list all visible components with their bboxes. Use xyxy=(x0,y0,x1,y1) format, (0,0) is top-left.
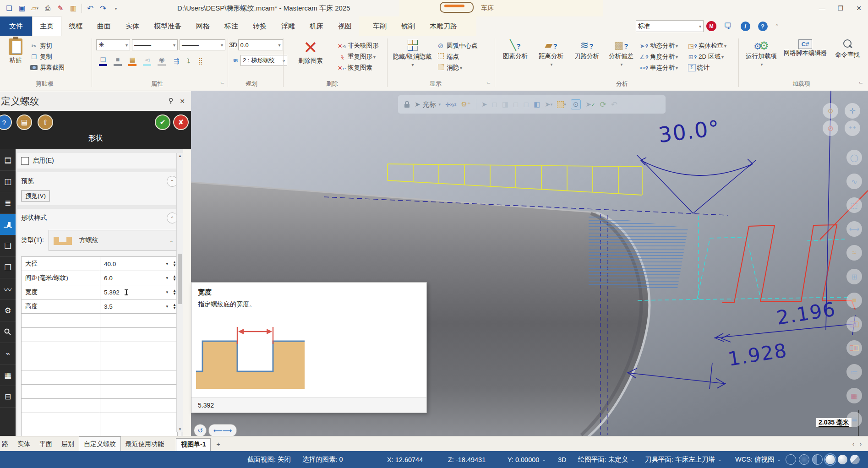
solid-check-button[interactable]: ◳?实体检查▾ xyxy=(688,40,726,51)
section-view-status[interactable]: 截面视图: 关闭 xyxy=(247,451,291,468)
qm-list-icon[interactable]: ≔ xyxy=(846,364,862,380)
lock-icon[interactable] xyxy=(404,101,410,108)
line-width-combo[interactable]: ———▾ xyxy=(180,39,225,50)
solid-color-swatch[interactable]: ■ xyxy=(112,56,124,66)
dynamic-analysis-button[interactable]: ➤?动态分析▾ xyxy=(639,40,678,51)
scrollbar-thumb[interactable] xyxy=(178,254,182,304)
z-depth-combo[interactable]: 0.0▾ xyxy=(238,39,283,50)
wcs-status[interactable]: WCS: 俯视图⌄ xyxy=(735,451,781,468)
param-value-width[interactable]: 5.392▾▲▼ xyxy=(100,285,177,299)
validate-selection-icon[interactable]: ➤✓ xyxy=(585,100,595,109)
refresh-selection-icon[interactable]: ⟳ xyxy=(600,100,606,109)
panel-close-icon[interactable]: ✕ xyxy=(176,96,188,107)
blank-button[interactable]: 消隐▾ xyxy=(436,62,478,73)
viewsheet-next-icon[interactable]: › xyxy=(857,441,864,447)
match-attributes-icon[interactable]: ⇶ xyxy=(170,57,182,65)
qm-width-dim-icon[interactable]: ⟷ xyxy=(846,221,862,237)
delete-entities-button[interactable]: ✕ 删除图素 xyxy=(288,38,333,65)
strip-document-icon[interactable]: ≣ xyxy=(0,192,16,214)
fx-collapse-icon[interactable]: ↺ xyxy=(194,424,207,436)
viewsheet-prev-icon[interactable]: ‹ xyxy=(850,441,857,447)
gview-xyz-icon[interactable]: ✛xyz xyxy=(445,101,456,108)
select-arrow-icon[interactable]: ➤ xyxy=(481,100,487,109)
qm-add-icon[interactable]: ✛ xyxy=(845,103,860,119)
arc-center-button[interactable]: ⊘圆弧中心点 xyxy=(436,40,478,51)
selection-mode-chevron-icon[interactable]: ▾ xyxy=(439,102,441,107)
add-viewsheet-button[interactable]: + xyxy=(211,436,225,452)
panel-cancel-button[interactable]: ✘ xyxy=(173,114,189,130)
pin-icon[interactable] xyxy=(165,96,176,107)
command-finder-button[interactable]: 命令查找 xyxy=(830,39,865,59)
tab-art[interactable]: 浮雕 xyxy=(274,16,302,36)
translucent-globe-icon[interactable] xyxy=(850,455,860,464)
tab-view[interactable]: 视图 xyxy=(331,16,359,36)
restore-button[interactable]: ❐ xyxy=(831,1,850,15)
copy-button[interactable]: ❐复制 xyxy=(29,51,65,62)
run-addin-button[interactable]: ⚙⚙ 运行加载项 ▾ xyxy=(742,39,781,67)
duplicates-button[interactable]: ˣₓ重复图形▾ xyxy=(337,51,379,62)
select-entity-icon[interactable]: ➤▾ xyxy=(545,100,552,109)
statistics-button[interactable]: Σ统计 xyxy=(688,62,726,73)
qat-more-icon[interactable]: ▾ xyxy=(110,3,121,14)
hidden-globe-icon[interactable] xyxy=(799,454,809,465)
tab-levels-manager[interactable]: 层别 xyxy=(57,436,79,452)
preview-button[interactable]: 预览(V) xyxy=(21,190,50,201)
material-swatch[interactable]: ◉ xyxy=(156,56,168,66)
minimize-button[interactable]: — xyxy=(813,1,831,15)
enable-checkbox[interactable] xyxy=(21,157,29,165)
param-value-pitch[interactable]: 6.0▾▲▼ xyxy=(100,271,177,285)
param-value-major-diameter[interactable]: 40.0▾▲▼ xyxy=(100,257,177,271)
draft-color-swatch[interactable]: ◅ xyxy=(141,56,153,66)
analyze-toolpath-button[interactable]: ≋? 刀路分析 xyxy=(569,39,605,60)
line-style-combo[interactable]: ———▾ xyxy=(132,39,178,50)
cursor-icon[interactable]: ➤ xyxy=(415,100,420,109)
open-folder-icon[interactable]: ▱▾ xyxy=(29,3,40,14)
thread-type-combo[interactable]: 方螺纹 ⌄ xyxy=(49,230,178,251)
angle-analysis-button[interactable]: ∠?角度分析▾ xyxy=(639,51,678,62)
qm-solid-cube-icon[interactable]: ■ xyxy=(846,293,862,308)
print-icon[interactable]: ⎙ xyxy=(42,3,53,14)
hide-unhide-button[interactable]: 隐藏/取消隐藏 ▾ xyxy=(390,39,434,68)
strip-machine-icon[interactable]: ▤ xyxy=(0,149,16,171)
cplane-status[interactable]: 绘图平面: 未定义⌄ xyxy=(578,451,635,468)
area-2d-button[interactable]: ⊞?2D 区域▾ xyxy=(688,51,726,62)
qm-wire-cube-icon[interactable]: ⬚ xyxy=(846,197,862,213)
strip-thread-shape-icon[interactable] xyxy=(0,214,16,235)
select-solid-edge-icon[interactable]: ◻ xyxy=(513,100,519,109)
collapse-ribbon-icon[interactable]: ⌃ xyxy=(771,23,782,29)
tab-router[interactable]: 木雕刀路 xyxy=(422,16,464,36)
qm-swatch-purple-icon[interactable]: ❏❏ xyxy=(846,316,862,332)
qm-solid-faces-icon[interactable]: ⊞ xyxy=(846,269,862,284)
param-value-height[interactable]: 3.5▾▲▼ xyxy=(100,299,177,313)
select-solid-vertex-icon[interactable]: ◻ xyxy=(524,100,529,109)
panel-scrollbar[interactable]: ▲ ▼ xyxy=(176,153,183,432)
qm-move-points-icon[interactable]: ⁺⁺ xyxy=(845,120,860,136)
strip-search-icon[interactable] xyxy=(0,321,16,343)
addins-dialog-launcher-icon[interactable]: ⌙ xyxy=(859,80,863,86)
strip-stock-icon[interactable]: ◫ xyxy=(0,171,16,192)
chain-analysis-button[interactable]: ⚯?串连分析▾ xyxy=(639,62,678,73)
tab-mesh[interactable]: 网格 xyxy=(189,16,217,36)
undo-selection-icon[interactable]: ↶ xyxy=(611,100,617,109)
tab-drafting[interactable]: 标注 xyxy=(217,16,246,36)
undo-icon[interactable]: ↶ xyxy=(85,3,96,14)
strip-sheets-icon[interactable]: ❏ xyxy=(0,235,16,257)
tab-custom-thread[interactable]: 自定义螺纹 xyxy=(79,436,121,452)
y-coordinate[interactable]: Y: 0.00000⌄ xyxy=(508,451,546,468)
wireframe-color-swatch[interactable]: ❏ xyxy=(97,56,109,66)
attribute-rows-icon[interactable]: ⣿ xyxy=(194,57,206,65)
panel-save-button[interactable]: ▤ xyxy=(16,114,32,130)
script-editor-button[interactable]: C# 网络脚本编辑器 xyxy=(781,39,829,57)
my-mastercam-icon[interactable]: M xyxy=(704,20,719,32)
analyze-entity-button[interactable]: ╲? 图素分析 xyxy=(497,39,533,60)
select-solid-face-icon[interactable]: ◨ xyxy=(502,100,508,109)
display-dialog-launcher-icon[interactable]: ⌙ xyxy=(486,80,491,86)
qm-disable-icon[interactable]: ⊘ xyxy=(823,120,838,136)
close-button[interactable]: ✕ xyxy=(850,1,868,15)
half-shaded-globe-icon[interactable] xyxy=(812,454,823,465)
analyze-distance-button[interactable]: ▰? 距离分析 ▾ xyxy=(533,39,569,67)
shaded-globe-icon[interactable] xyxy=(825,455,835,464)
qm-settings-icon[interactable]: ⚙ xyxy=(823,103,838,119)
info-icon[interactable]: i xyxy=(737,20,754,32)
strip-gear-icon[interactable]: ⚙ xyxy=(0,300,16,321)
